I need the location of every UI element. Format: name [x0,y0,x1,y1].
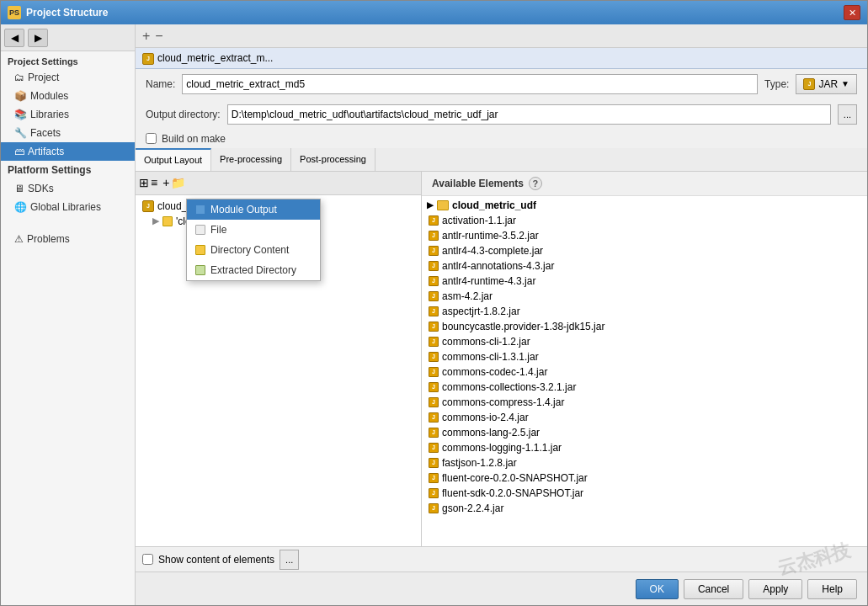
forward-button[interactable]: ▶ [28,29,48,47]
facets-icon: 🔧 [14,127,27,139]
avail-list-item[interactable]: Jcommons-codec-1.4.jar [423,364,865,380]
sidebar-navigation: Project Settings 🗂 Project 📦 Modules 📚 L… [1,51,135,605]
apply-button[interactable]: Apply [748,579,802,599]
window-icon: PS [8,6,21,19]
avail-list-item[interactable]: Jfluent-sdk-0.2.0-SNAPSHOT.jar [423,486,865,501]
avail-list-item[interactable]: Jantlr-runtime-3.5.2.jar [423,228,865,243]
title-bar: PS Project Structure ✕ [1,1,867,24]
layout-view-button[interactable]: ⊞ [139,176,149,189]
sidebar-item-modules[interactable]: 📦 Modules [1,87,135,105]
add-element-button[interactable]: + [162,176,169,189]
name-input[interactable] [182,74,758,94]
avail-item-label: commons-io-2.4.jar [442,412,529,423]
avail-list-item[interactable]: Jfastjson-1.2.8.jar [423,455,865,470]
jar-file-icon: J [429,276,439,286]
right-panel: + − J cloud_metric_extract_m... Name: Ty… [136,24,867,605]
project-structure-window: PS Project Structure ✕ ◀ ▶ Project Setti… [0,0,868,606]
sidebar-item-global-libraries[interactable]: 🌐 Global Libraries [1,198,135,216]
avail-list-item[interactable]: Jcommons-logging-1.1.1.jar [423,440,865,455]
help-icon[interactable]: ? [529,177,542,190]
tab-pre-processing[interactable]: Pre-processing [211,148,291,171]
jar-file-icon: J [429,261,439,271]
sidebar-item-label: Modules [30,90,68,102]
type-dropdown-button[interactable]: J JAR ▼ [796,74,857,94]
dropdown-item-label: File [210,224,226,236]
dropdown-item-directory-content[interactable]: Directory Content [187,240,320,260]
dropdown-item-extracted-directory[interactable]: Extracted Directory [187,260,320,280]
avail-root-group[interactable]: ▶ cloud_metric_udf [423,198,865,213]
avail-group-label: cloud_metric_udf [452,199,536,211]
avail-list-item[interactable]: Jbouncycastle.provider-1.38-jdk15.jar [423,319,865,334]
browse-button[interactable]: ... [838,104,857,125]
sidebar: ◀ ▶ Project Settings 🗂 Project 📦 Modules… [1,24,136,605]
build-on-make-checkbox[interactable] [146,133,157,144]
sidebar-item-libraries[interactable]: 📚 Libraries [1,105,135,124]
sidebar-nav-toolbar: ◀ ▶ [1,24,135,51]
sidebar-item-facets[interactable]: 🔧 Facets [1,124,135,142]
project-settings-header: Project Settings [1,51,135,68]
dropdown-item-file[interactable]: File [187,220,320,240]
avail-list-item[interactable]: Jantlr4-annotations-4.3.jar [423,258,865,274]
avail-item-label: commons-lang-2.5.jar [442,427,540,439]
jar-file-icon: J [429,428,439,438]
extracted-dir-icon [195,265,205,275]
jar-file-icon: J [429,367,439,377]
avail-item-label: commons-cli-1.2.jar [442,336,530,348]
sidebar-item-project[interactable]: 🗂 Project [1,68,135,87]
global-libraries-icon: 🌐 [14,201,27,213]
show-content-row: Show content of elements ... [136,546,867,571]
help-button[interactable]: Help [807,579,857,599]
avail-list-item[interactable]: Jantlr4-4.3-complete.jar [423,243,865,258]
output-layout-area: ⊞ ≡ + 📁 J cloud_me... ▶ 'cloud_ [136,172,867,547]
project-icon: 🗂 [14,72,24,83]
show-content-label: Show content of elements [158,554,274,566]
jar-file-icon: J [429,215,439,226]
main-content: ◀ ▶ Project Settings 🗂 Project 📦 Modules… [1,24,867,605]
jar-file-icon: J [429,412,439,423]
jar-file-icon: J [429,473,439,483]
name-type-row: Name: Type: J JAR ▼ [136,69,867,99]
jar-file-icon: J [429,231,439,241]
show-content-more-button[interactable]: ... [280,550,299,570]
avail-list-item[interactable]: Jaspectjrt-1.8.2.jar [423,304,865,319]
ok-button[interactable]: OK [636,579,679,599]
sidebar-item-artifacts[interactable]: 🗃 Artifacts [1,142,135,161]
avail-list-item[interactable]: Jcommons-io-2.4.jar [423,410,865,425]
avail-list-item[interactable]: Jcommons-cli-1.3.1.jar [423,349,865,364]
avail-item-label: antlr4-annotations-4.3.jar [442,260,554,272]
avail-list-item[interactable]: Jcommons-compress-1.4.jar [423,395,865,410]
back-button[interactable]: ◀ [4,29,24,47]
avail-list-item[interactable]: Jasm-4.2.jar [423,289,865,304]
avail-list-item[interactable]: Jfluent-core-0.2.0-SNAPSHOT.jar [423,470,865,486]
avail-list-item[interactable]: Jactivation-1.1.jar [423,213,865,228]
directory-content-icon [195,245,205,255]
avail-item-label: fastjson-1.2.8.jar [442,457,517,469]
avail-item-label: fluent-sdk-0.2.0-SNAPSHOT.jar [442,487,583,499]
build-on-make-label: Build on make [162,133,226,145]
dropdown-arrow-icon: ▼ [841,79,849,88]
cancel-button[interactable]: Cancel [684,579,743,599]
sidebar-item-sdks[interactable]: 🖥 SDKs [1,179,135,198]
avail-list-item[interactable]: Jantlr4-runtime-4.3.jar [423,274,865,289]
output-dir-input[interactable] [227,104,831,125]
dropdown-item-module-output[interactable]: Module Output [187,199,320,220]
jar-file-icon: J [429,306,439,316]
avail-list-item[interactable]: Jcommons-collections-3.2.1.jar [423,380,865,395]
sidebar-item-problems[interactable]: ⚠ Problems [1,230,135,248]
close-button[interactable]: ✕ [844,5,860,20]
tab-output-layout[interactable]: Output Layout [136,148,211,171]
modules-icon: 📦 [14,90,27,102]
list-view-button[interactable]: ≡ [151,176,157,189]
avail-list-item[interactable]: Jgson-2.2.4.jar [423,501,865,516]
avail-list-item[interactable]: Jcommons-cli-1.2.jar [423,334,865,349]
avail-item-label: commons-collections-3.2.1.jar [442,381,576,393]
add-folder-button[interactable]: 📁 [171,176,185,189]
remove-artifact-button[interactable]: − [155,29,162,44]
avail-item-label: antlr4-runtime-4.3.jar [442,275,535,287]
tab-post-processing[interactable]: Post-processing [291,148,375,171]
jar-file-icon: J [429,246,439,256]
add-artifact-button[interactable]: + [142,29,150,44]
avail-item-label: aspectjrt-1.8.2.jar [442,306,520,317]
show-content-checkbox[interactable] [142,554,153,565]
avail-list-item[interactable]: Jcommons-lang-2.5.jar [423,425,865,440]
